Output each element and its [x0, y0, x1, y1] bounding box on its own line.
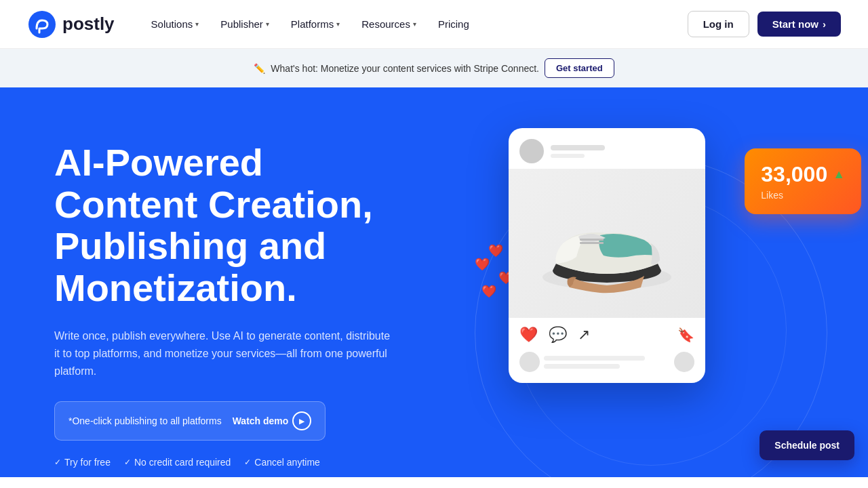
likes-label: Likes	[761, 190, 845, 201]
chevron-down-icon: ▾	[413, 20, 416, 28]
hero-cta: *One-click publishing to all platforms W…	[54, 401, 448, 441]
share-icon[interactable]: ↗	[578, 326, 590, 344]
hero-visual: ❤️ ❤️ ❤️ ❤️ ❤️ ❤️ ❤️	[434, 108, 868, 477]
chevron-down-icon: ▾	[266, 20, 269, 28]
avatar	[519, 139, 544, 163]
heart-icon: ❤️	[481, 284, 496, 299]
nav-publisher[interactable]: Publisher ▾	[211, 13, 279, 35]
logo-text: postly	[62, 14, 115, 35]
nav-solutions[interactable]: Solutions ▾	[142, 13, 209, 35]
footer-avatar-2	[674, 352, 694, 372]
post-actions: ❤️ 💬 ↗ 🔖	[509, 318, 705, 352]
logo-link[interactable]: postly	[27, 9, 115, 39]
nav-actions: Log in Start now ›	[688, 11, 841, 37]
nav-pricing[interactable]: Pricing	[429, 13, 479, 35]
post-footer	[509, 352, 705, 383]
arrow-right-icon: ›	[823, 18, 826, 30]
comment-icon[interactable]: 💬	[549, 326, 567, 344]
heart-icon: ❤️	[475, 257, 490, 272]
navbar: postly Solutions ▾ Publisher ▾ Platforms…	[0, 0, 868, 49]
watch-demo-button[interactable]: Watch demo ▶	[233, 411, 312, 430]
nav-platforms[interactable]: Platforms ▾	[281, 13, 349, 35]
footer-line	[544, 356, 645, 361]
banner-text: What's hot: Monetize your content servic…	[271, 63, 539, 74]
trending-up-icon: ▲	[833, 167, 845, 182]
heart-icon: ❤️	[488, 243, 503, 258]
start-now-button[interactable]: Start now ›	[757, 12, 841, 37]
hero-content: AI-PoweredContent Creation,Publishing an…	[54, 128, 448, 468]
chevron-down-icon: ▾	[336, 20, 340, 28]
cta-text: *One-click publishing to all platforms	[68, 415, 222, 426]
username-lines	[551, 145, 605, 158]
social-post-card: ❤️ 💬 ↗ 🔖	[509, 128, 705, 383]
hero-description: Write once, publish everywhere. Use AI t…	[54, 327, 393, 380]
bookmark-icon[interactable]: 🔖	[677, 327, 694, 343]
check-icon: ✓	[244, 458, 251, 467]
nav-links: Solutions ▾ Publisher ▾ Platforms ▾ Reso…	[142, 13, 688, 35]
chevron-down-icon: ▾	[195, 20, 199, 28]
post-image	[509, 169, 705, 318]
shoe-illustration	[532, 182, 682, 304]
nav-resources[interactable]: Resources ▾	[352, 13, 426, 35]
handle-line	[551, 154, 585, 158]
hero-section: AI-PoweredContent Creation,Publishing an…	[0, 87, 868, 477]
play-icon: ▶	[292, 411, 311, 430]
hero-perks: ✓ Try for free ✓ No credit card required…	[54, 457, 448, 468]
cta-box: *One-click publishing to all platforms W…	[54, 401, 326, 441]
likes-number: 33,000 ▲	[761, 162, 845, 187]
svg-rect-3	[580, 242, 604, 244]
perk-cancel-anytime: ✓ Cancel anytime	[244, 457, 320, 468]
get-started-button[interactable]: Get started	[545, 58, 614, 78]
footer-avatar	[519, 352, 540, 372]
schedule-post-button[interactable]: Schedule post	[760, 430, 854, 460]
check-icon: ✓	[124, 458, 131, 467]
username-line	[551, 145, 605, 150]
svg-point-0	[28, 11, 56, 38]
post-header	[509, 128, 705, 169]
hero-title: AI-PoweredContent Creation,Publishing an…	[54, 142, 448, 308]
logo-icon	[27, 9, 57, 39]
banner-emoji: ✏️	[254, 63, 265, 74]
likes-card: 33,000 ▲ Likes	[745, 148, 861, 214]
action-icons: ❤️ 💬 ↗	[519, 326, 590, 344]
perk-no-credit-card: ✓ No credit card required	[124, 457, 231, 468]
check-icon: ✓	[54, 458, 61, 467]
svg-rect-2	[580, 239, 604, 241]
heart-icon[interactable]: ❤️	[519, 326, 538, 344]
footer-text-lines	[544, 352, 670, 372]
footer-line	[544, 364, 620, 369]
login-button[interactable]: Log in	[688, 11, 749, 37]
banner: ✏️ What's hot: Monetize your content ser…	[0, 49, 868, 87]
perk-try-free: ✓ Try for free	[54, 457, 111, 468]
